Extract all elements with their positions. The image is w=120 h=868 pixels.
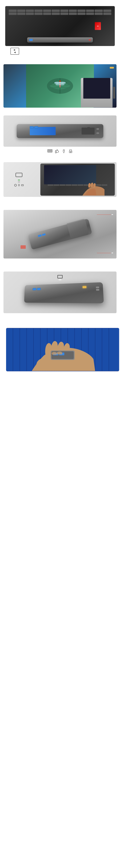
hub-side-view xyxy=(27,37,93,42)
annotation-storage-label xyxy=(112,253,113,253)
hub-3d-container xyxy=(9,122,111,141)
usbc-left-area xyxy=(5,173,33,186)
macbook-side-visual xyxy=(77,73,117,107)
hands-svg xyxy=(70,180,115,196)
hands-silhouette xyxy=(70,180,115,196)
section-compact xyxy=(0,315,120,380)
hub-main-body xyxy=(28,219,92,250)
hub-usb-image xyxy=(3,116,117,147)
usbc-ports-right xyxy=(96,286,99,290)
hand-svg xyxy=(6,328,119,371)
resolution-5k-badge xyxy=(110,67,114,69)
protection-big-title xyxy=(3,202,117,207)
cover-flap xyxy=(67,219,89,239)
laptop-keyboard-image: SD xyxy=(5,6,115,46)
pd-area-image xyxy=(3,162,117,197)
compact-detail xyxy=(3,323,117,325)
svg-rect-22 xyxy=(21,185,23,186)
svg-point-10 xyxy=(59,81,61,82)
keyboard-icon xyxy=(47,149,52,152)
svg-point-7 xyxy=(59,82,66,84)
minidp-port-shape xyxy=(57,275,63,278)
display-image xyxy=(3,64,117,107)
svg-rect-15 xyxy=(70,150,72,151)
compact-subtitle xyxy=(3,318,117,322)
usbc-port-icon xyxy=(16,173,22,177)
card-small-icon xyxy=(21,184,24,186)
charging-badge xyxy=(18,180,20,180)
annotation-2 xyxy=(97,253,113,253)
svg-rect-21 xyxy=(19,186,19,186)
protection-image xyxy=(3,210,117,258)
sd-card-visual: SD xyxy=(95,22,101,30)
section-protection xyxy=(0,198,120,260)
dragonfly-svg xyxy=(44,75,76,96)
arrow-left-icon xyxy=(14,52,16,53)
annotation-1 xyxy=(97,214,113,215)
minidp-label xyxy=(58,279,62,280)
hub-3d-body xyxy=(17,124,103,138)
section-5k-resolution xyxy=(0,260,120,315)
device-icons-row xyxy=(3,148,117,154)
svg-point-19 xyxy=(71,151,72,152)
svg-rect-13 xyxy=(64,150,64,151)
arrow-right-icon xyxy=(14,49,16,51)
sd-slot-visual xyxy=(21,245,26,249)
minidp-image xyxy=(3,272,117,313)
circle-icon xyxy=(14,184,17,186)
transfer-icon-area xyxy=(10,48,110,55)
hub-3d-large-visual xyxy=(24,282,104,303)
annotation-2-area xyxy=(97,253,113,253)
hub-cover-visual xyxy=(3,210,117,258)
annotation-protection-label xyxy=(112,214,113,215)
badge-area xyxy=(18,179,20,183)
icon-printer xyxy=(69,149,73,153)
minidp-badge-area xyxy=(57,275,63,280)
icon-keyboard xyxy=(47,149,52,153)
usb-ports-visual xyxy=(30,126,38,128)
thumb-up-icon xyxy=(55,149,59,153)
minidp-highlight xyxy=(82,286,87,288)
usbc-port-visual-1 xyxy=(97,128,99,130)
svg-rect-20 xyxy=(19,184,20,186)
svg-rect-17 xyxy=(70,152,71,152)
large-usb-ports xyxy=(32,288,41,290)
svg-rect-11 xyxy=(63,150,65,152)
svg-point-9 xyxy=(59,84,65,85)
printer-icon xyxy=(69,149,73,153)
section-sd-card: SD xyxy=(0,0,120,58)
transfer-arrows-icon xyxy=(10,48,19,55)
annotation-1-area xyxy=(97,214,113,215)
icon-thumbup xyxy=(55,149,59,153)
transfer-badge xyxy=(18,182,20,182)
svg-rect-14 xyxy=(64,150,64,151)
macbook-hands-visual xyxy=(40,163,115,196)
svg-rect-12 xyxy=(64,152,64,153)
usbc-port-visual-2 xyxy=(97,132,99,134)
svg-point-8 xyxy=(55,84,61,85)
minidp-port-visual xyxy=(87,127,90,129)
hand-holding-image xyxy=(6,328,119,371)
usb-ports-cover xyxy=(38,233,46,237)
section-usb xyxy=(0,110,120,156)
usb-small-icon xyxy=(18,184,20,186)
small-icons-row xyxy=(14,184,24,186)
section-pd-charging xyxy=(0,156,120,198)
icon-usb-drive xyxy=(62,149,66,153)
keyboard-keys xyxy=(9,9,111,15)
section-display xyxy=(0,58,120,110)
usb-drive-icon xyxy=(62,149,66,153)
resolution-title xyxy=(3,264,117,269)
